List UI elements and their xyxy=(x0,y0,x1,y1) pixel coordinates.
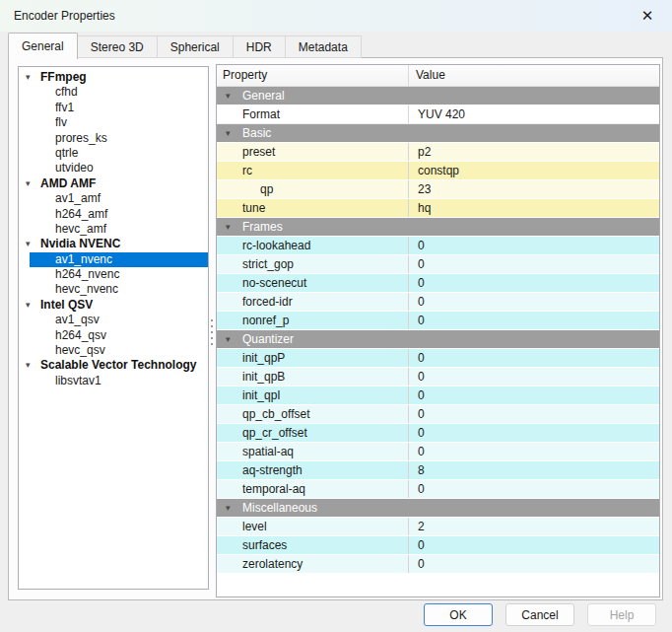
property-value-cell[interactable]: YUV 420 xyxy=(409,105,659,123)
tab-stereo-3d[interactable]: Stereo 3D xyxy=(77,35,158,58)
section-label: Miscellaneous xyxy=(242,499,317,517)
property-value-cell[interactable]: 0 xyxy=(409,255,659,273)
collapse-arrow-icon[interactable]: ▾ xyxy=(26,358,37,373)
property-value-cell[interactable]: 0 xyxy=(409,480,659,498)
property-name-cell: zerolatency xyxy=(217,555,409,573)
collapse-arrow-icon[interactable]: ▾ xyxy=(26,237,37,251)
button-label: Cancel xyxy=(521,608,558,622)
tree-group-ffmpeg[interactable]: ▾ FFmpeg xyxy=(19,70,208,85)
tree-item-hevc-amf[interactable]: hevc_amf xyxy=(19,222,208,237)
collapse-arrow-icon[interactable]: ▾ xyxy=(26,70,37,85)
tree-item-hevc-nvenc[interactable]: hevc_nvenc xyxy=(19,282,208,297)
property-value-cell[interactable]: 0 xyxy=(409,274,659,292)
ok-button[interactable]: OK xyxy=(424,603,493,626)
tree-item-h264-qsv[interactable]: h264_qsv xyxy=(19,328,208,343)
collapse-arrow-icon[interactable]: ▾ xyxy=(226,124,242,142)
tab-spherical[interactable]: Spherical xyxy=(157,35,234,58)
tree-group-label: Intel QSV xyxy=(40,298,93,312)
tab-label: Stereo 3D xyxy=(91,40,144,54)
tree-item-label: hevc_amf xyxy=(55,222,106,236)
property-value-cell[interactable]: 0 xyxy=(409,312,659,329)
collapse-arrow-icon[interactable]: ▾ xyxy=(226,330,242,348)
property-name-cell: aq-strength xyxy=(217,461,409,479)
property-value-cell[interactable]: 8 xyxy=(409,461,659,479)
tab-general[interactable]: General xyxy=(8,33,78,59)
property-value-cell[interactable]: 0 xyxy=(409,349,659,367)
tree-group-intel-qsv[interactable]: ▾ Intel QSV xyxy=(19,298,208,313)
section-row-basic[interactable]: ▾ Basic xyxy=(217,124,659,143)
tree-item-hevc-qsv[interactable]: hevc_qsv xyxy=(19,343,208,358)
property-name-cell: qp_cr_offset xyxy=(217,424,409,442)
property-row-init-qpp: init_qpP 0 xyxy=(217,349,659,368)
property-row-no-scenecut: no-scenecut 0 xyxy=(217,274,659,293)
cancel-button[interactable]: Cancel xyxy=(505,603,574,626)
tree-item-qtrle[interactable]: qtrle xyxy=(19,146,208,161)
section-row-miscellaneous[interactable]: ▾ Miscellaneous xyxy=(217,499,659,518)
tree-item-flv[interactable]: flv xyxy=(19,115,208,130)
property-value-cell[interactable]: 0 xyxy=(409,443,659,460)
section-label: General xyxy=(242,87,285,105)
property-row-format: Format YUV 420 xyxy=(217,105,659,124)
tab-bar: General Stereo 3D Spherical HDR Metadata xyxy=(8,33,362,58)
property-value-cell[interactable]: 0 xyxy=(409,237,659,254)
property-value-cell[interactable]: 2 xyxy=(409,518,659,535)
tree-item-label: av1_qsv xyxy=(55,313,100,326)
property-value-cell[interactable]: 0 xyxy=(409,536,659,554)
property-value-cell[interactable]: 0 xyxy=(409,368,659,386)
property-value-cell[interactable]: 0 xyxy=(409,424,659,442)
property-name-cell: surfaces xyxy=(217,536,409,554)
property-name-cell: forced-idr xyxy=(217,293,409,311)
property-value-cell[interactable]: p2 xyxy=(409,143,659,161)
tree-item-label: cfhd xyxy=(55,85,78,99)
tree-item-libsvtav1[interactable]: libsvtav1 xyxy=(19,374,208,388)
collapse-arrow-icon[interactable]: ▾ xyxy=(26,298,37,313)
collapse-arrow-icon[interactable]: ▾ xyxy=(226,218,242,236)
tree-item-av1-amf[interactable]: av1_amf xyxy=(19,191,208,206)
tree-group-nvidia-nvenc[interactable]: ▾ Nvidia NVENC xyxy=(19,237,208,251)
tab-hdr[interactable]: HDR xyxy=(233,35,286,58)
property-name-cell: no-scenecut xyxy=(217,274,409,292)
tree-item-utvideo[interactable]: utvideo xyxy=(19,161,208,176)
section-row-general[interactable]: ▾ General xyxy=(217,87,659,105)
tab-label: Spherical xyxy=(170,40,220,54)
section-label: Quantizer xyxy=(242,330,294,348)
tree-item-h264-amf[interactable]: h264_amf xyxy=(19,207,208,222)
tree-item-prores-ks[interactable]: prores_ks xyxy=(19,131,208,146)
close-icon[interactable]: ✕ xyxy=(631,0,664,32)
property-row-rc: rc constqp xyxy=(217,162,659,180)
tree-item-av1-nvenc[interactable]: av1_nvenc xyxy=(19,252,208,267)
property-row-spatial-aq: spatial-aq 0 xyxy=(217,443,659,461)
tree-item-label: av1_amf xyxy=(55,191,101,205)
column-header-value[interactable]: Value xyxy=(409,65,659,86)
tree-item-h264-nvenc[interactable]: h264_nvenc xyxy=(19,267,208,282)
property-value-cell[interactable]: 0 xyxy=(409,555,659,573)
property-row-level: level 2 xyxy=(217,518,659,536)
tree-group-scalable-vector-technology[interactable]: ▾ Scalable Vector Technology xyxy=(19,358,208,373)
property-value-cell[interactable]: 23 xyxy=(409,180,659,198)
tree-item-cfhd[interactable]: cfhd xyxy=(19,85,208,100)
property-value-cell[interactable]: 0 xyxy=(409,293,659,311)
property-value-cell[interactable]: hq xyxy=(409,199,659,217)
tab-label: Metadata xyxy=(299,40,348,54)
section-row-frames[interactable]: ▾ Frames xyxy=(217,218,659,237)
column-header-property[interactable]: Property xyxy=(217,65,409,86)
tree-item-label: flv xyxy=(55,115,67,129)
tree-group-amd-amf[interactable]: ▾ AMD AMF xyxy=(19,176,208,191)
table-header: Property Value xyxy=(217,65,659,87)
property-value-cell[interactable]: constqp xyxy=(409,162,659,179)
collapse-arrow-icon[interactable]: ▾ xyxy=(226,499,242,517)
tree-item-ffv1[interactable]: ffv1 xyxy=(19,101,208,115)
property-value-cell[interactable]: 0 xyxy=(409,405,659,423)
property-value-cell[interactable]: 0 xyxy=(409,386,659,404)
collapse-arrow-icon[interactable]: ▾ xyxy=(26,176,37,191)
tree-item-av1-qsv[interactable]: av1_qsv xyxy=(19,313,208,327)
property-name-cell: init_qpB xyxy=(217,368,409,386)
property-row-init-qpi: init_qpI 0 xyxy=(217,386,659,405)
property-row-tune: tune hq xyxy=(217,199,659,218)
collapse-arrow-icon[interactable]: ▾ xyxy=(226,87,242,105)
section-row-quantizer[interactable]: ▾ Quantizer xyxy=(217,330,659,349)
section-label: Frames xyxy=(242,218,283,236)
splitter-handle[interactable] xyxy=(210,319,214,353)
tree-item-label: libsvtav1 xyxy=(55,374,101,387)
tab-metadata[interactable]: Metadata xyxy=(285,35,362,58)
